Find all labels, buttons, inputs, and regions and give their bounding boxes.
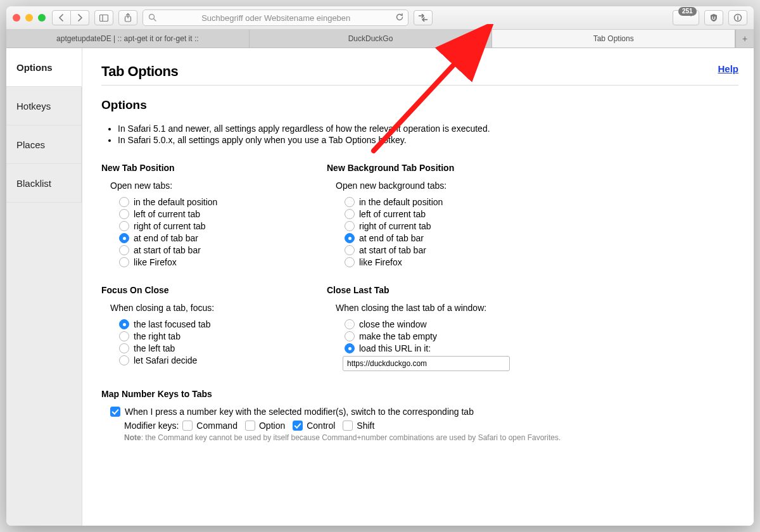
modifier-checkbox[interactable] [245,421,255,431]
radio-icon [119,221,129,231]
radio-option[interactable]: let Safari decide [119,355,310,365]
radio-icon [345,319,355,329]
tab-options-toolbar-icon [418,14,428,22]
safari-window: Suchbegriff oder Websitename eingeben 25… [6,6,754,526]
traffic-lights [13,14,46,22]
radio-option[interactable]: the left tab [119,343,310,353]
downloads-button[interactable]: 251 [673,10,699,25]
radio-icon [119,257,129,267]
radio-option[interactable]: at end of tab bar [345,233,536,243]
radio-option[interactable]: the last focused tab [119,319,310,329]
radio-option[interactable]: like Firefox [119,257,310,267]
radio-icon [345,343,355,353]
tab-strip: aptgetupdateDE | :: apt-get it or for-ge… [6,30,754,48]
radio-option[interactable]: close the window [345,319,536,329]
zoom-window-button[interactable] [38,14,46,22]
radio-label: left of current tab [359,209,426,219]
group-focus-on-close: Focus On Close When closing a tab, focus… [101,285,310,371]
radio-label: like Firefox [359,257,402,267]
modifier-checkbox[interactable] [293,421,303,431]
sidebar-toggle-button[interactable] [94,10,113,25]
tab-aptgetupdate[interactable]: aptgetupdateDE | :: apt-get it or for-ge… [6,30,250,48]
radio-list-focus-close: the last focused tabthe right tabthe lef… [119,319,310,365]
radio-label: in the default position [359,197,443,207]
group-caption: When closing a tab, focus: [110,303,310,313]
nav-buttons [52,10,89,25]
numkeys-note: Note: the Command key cannot be used by … [124,433,738,442]
group-map-number-keys: Map Number Keys to Tabs When I press a n… [101,389,738,442]
group-caption: Open new tabs: [110,180,310,191]
group-title: New Background Tab Position [327,163,536,173]
radio-option[interactable]: right of current tab [119,221,310,231]
section-title-options: Options [101,98,738,112]
radio-option[interactable]: make the tab empty [345,331,536,341]
radio-label: left of current tab [134,209,200,219]
radio-label: at end of tab bar [134,233,198,243]
close-window-button[interactable] [13,14,20,22]
back-button[interactable] [52,10,71,25]
group-new-bg-tab-position: New Background Tab Position Open new bac… [327,163,536,267]
modifier-checkbox[interactable] [182,421,193,431]
reload-icon[interactable] [395,13,404,22]
group-caption: When closing the last tab of a window: [336,303,536,313]
minimize-window-button[interactable] [25,14,33,22]
radio-list-new-tab: in the default positionleft of current t… [119,197,310,267]
intro-bullet: In Safari 5.1 and newer, all settings ap… [118,124,738,134]
radio-label: load this URL in it: [359,343,431,353]
radio-icon [345,245,355,255]
chevron-right-icon [77,14,83,22]
radio-option[interactable]: in the default position [119,197,310,207]
radio-option[interactable]: left of current tab [345,209,536,219]
radio-option[interactable]: right of current tab [345,221,536,231]
radio-icon [345,209,355,219]
help-link[interactable]: Help [718,63,738,74]
sidebar-item-options[interactable]: Options [6,48,82,87]
tab-duckduckgo[interactable]: DuckDuckGo [250,30,493,48]
radio-label: the right tab [134,331,180,341]
radio-label: the last focused tab [134,319,210,329]
radio-option[interactable]: the right tab [119,331,310,341]
modifier-label: Shift [357,421,374,431]
plus-icon: + [742,34,747,44]
radio-option[interactable]: in the default position [345,197,536,207]
sidebar-icon [99,15,108,22]
radio-icon [119,355,129,365]
tab-taboptions[interactable]: Tab Options [492,30,735,48]
sidebar-item-places[interactable]: Places [6,125,82,164]
sidebar-item-hotkeys[interactable]: Hotkeys [6,87,82,125]
radio-icon [345,331,355,341]
forward-button[interactable] [71,10,89,25]
radio-label: let Safari decide [134,355,197,365]
extension-button[interactable] [414,10,433,25]
numkeys-checkbox[interactable] [110,407,120,417]
address-bar[interactable]: Suchbegriff oder Websitename eingeben [142,10,408,26]
radio-option[interactable]: left of current tab [119,209,310,219]
radio-icon [119,233,129,243]
radio-option[interactable]: like Firefox [345,257,536,267]
radio-icon [119,209,129,219]
radio-option[interactable]: at start of tab bar [345,245,536,255]
share-icon [124,13,132,22]
radio-icon [119,343,129,353]
numkeys-label: When I press a number key with the selec… [125,407,474,417]
radio-icon [345,233,355,243]
ublock-button[interactable]: U [704,10,723,25]
address-placeholder-text: Suchbegriff oder Websitename eingeben [161,13,391,23]
close-last-url-input[interactable] [343,356,510,371]
sidebar-item-blacklist[interactable]: Blacklist [6,164,82,203]
divider [101,85,738,86]
svg-line-5 [154,19,156,22]
radio-icon [345,221,355,231]
radio-option[interactable]: at start of tab bar [119,245,310,255]
group-title: Map Number Keys to Tabs [101,389,738,399]
radio-icon [119,197,129,207]
radio-option[interactable]: at end of tab bar [119,233,310,243]
modifier-checkbox[interactable] [343,421,353,431]
radio-option[interactable]: load this URL in it: [345,343,536,353]
share-button[interactable] [118,10,137,25]
tabs-overview-button[interactable] [728,10,747,25]
new-tab-button[interactable]: + [735,30,754,48]
group-title: New Tab Position [101,163,310,173]
svg-rect-0 [100,15,108,21]
radio-label: in the default position [134,197,217,207]
